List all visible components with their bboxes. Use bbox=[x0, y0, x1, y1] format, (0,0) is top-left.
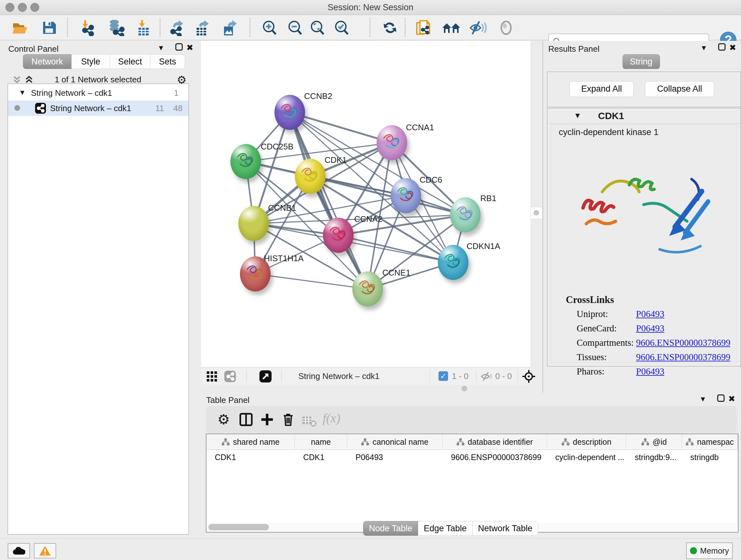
node-CDC25B[interactable] bbox=[230, 144, 261, 179]
column-header-database-identifier[interactable]: database identifier bbox=[443, 434, 547, 449]
export-table-icon[interactable] bbox=[194, 19, 211, 36]
hide-unhide-icon[interactable] bbox=[468, 19, 485, 36]
edge-HIST1H1A-CCNE1[interactable] bbox=[255, 274, 367, 289]
float-panel-icon[interactable]: ▾ bbox=[701, 394, 705, 404]
selected-checkbox-icon[interactable]: ✓ bbox=[439, 371, 448, 381]
crosslink-value-Pharos[interactable]: P06493 bbox=[636, 366, 664, 377]
cell-@id[interactable]: stringdb:9... bbox=[626, 449, 682, 465]
horizontal-splitter-handle[interactable] bbox=[461, 386, 467, 391]
column-label: shared name bbox=[233, 437, 280, 447]
node-CCNB2[interactable] bbox=[274, 95, 305, 130]
tab-edge-table[interactable]: Edge Table bbox=[418, 521, 473, 536]
network-collection-row[interactable]: ▼ String Network – cdk1 1 bbox=[8, 85, 189, 101]
tree-expander-icon[interactable]: ▼ bbox=[19, 88, 26, 97]
add-column-icon[interactable] bbox=[259, 412, 275, 427]
cell-canonical-name[interactable]: P06493 bbox=[347, 449, 443, 465]
title-bar: Session: New Session bbox=[0, 0, 741, 15]
home-networks-icon[interactable] bbox=[441, 19, 458, 36]
warning-icon bbox=[39, 545, 51, 556]
gene-header[interactable]: ▼ CDK1 bbox=[548, 109, 740, 124]
show-columns-icon[interactable] bbox=[239, 412, 254, 427]
table-row[interactable]: CDK1CDK1P064939606.ENSP00000378699cyclin… bbox=[206, 449, 738, 465]
table-options-gear-icon[interactable]: ⚙ bbox=[217, 412, 232, 427]
undock-panel-icon[interactable] bbox=[718, 43, 726, 53]
node-CCNA2[interactable] bbox=[323, 218, 354, 253]
open-session-icon[interactable] bbox=[11, 19, 28, 36]
tab-select[interactable]: Select bbox=[110, 54, 150, 69]
node-CDC6[interactable] bbox=[391, 178, 421, 213]
show-eye-icon[interactable] bbox=[498, 19, 515, 36]
close-panel-icon[interactable]: ✖ bbox=[729, 43, 736, 53]
delete-column-icon[interactable] bbox=[280, 412, 296, 427]
close-panel-icon[interactable]: ✖ bbox=[728, 394, 735, 404]
import-network-database-icon[interactable] bbox=[107, 19, 123, 36]
undock-panel-icon[interactable] bbox=[175, 43, 183, 53]
node-CDKN1A[interactable] bbox=[438, 245, 468, 280]
tab-network-table[interactable]: Network Table bbox=[473, 521, 538, 536]
collapse-gene-icon[interactable]: ▼ bbox=[574, 111, 582, 120]
table-header-row: shared namenamecanonical namedatabase id… bbox=[206, 434, 738, 450]
edge-count: 48 bbox=[173, 104, 183, 113]
tab-sets[interactable]: Sets bbox=[150, 54, 185, 69]
cell-description[interactable]: cyclin-dependent ... bbox=[547, 449, 626, 465]
gene-detail-area: cyclin-dependent kinase 1 bbox=[551, 125, 737, 363]
fit-content-crosshair-icon[interactable] bbox=[522, 370, 536, 383]
grid-view-icon[interactable] bbox=[207, 371, 217, 381]
results-buttons-box: Expand All Collapse All bbox=[547, 71, 741, 107]
memory-button[interactable]: Memory bbox=[686, 543, 733, 559]
column-header-namespac[interactable]: namespac bbox=[682, 434, 738, 449]
collapse-all-button[interactable]: Collapse All bbox=[645, 81, 714, 97]
zoom-out-icon[interactable] bbox=[286, 19, 303, 36]
clone-network-icon[interactable] bbox=[415, 19, 431, 36]
crosslink-value-Tissues[interactable]: 9606.ENSP00000378699 bbox=[636, 352, 731, 362]
refresh-icon[interactable] bbox=[382, 19, 398, 36]
tab-network[interactable]: Network bbox=[23, 54, 71, 69]
tab-string[interactable]: String bbox=[622, 54, 660, 69]
cell-name[interactable]: CDK1 bbox=[295, 449, 347, 465]
import-network-file-icon[interactable] bbox=[79, 19, 96, 36]
crosslink-value-Uniprot[interactable]: P06493 bbox=[636, 309, 664, 319]
node-CCNB1[interactable] bbox=[239, 206, 269, 241]
network-row-selected[interactable]: String Network – cdk1 11 48 bbox=[8, 101, 189, 116]
zoom-in-icon[interactable] bbox=[261, 19, 278, 36]
crosslink-value-Compartments[interactable]: 9606.ENSP00000378699 bbox=[636, 337, 731, 348]
cloud-button[interactable] bbox=[8, 543, 30, 558]
zoom-selected-icon[interactable] bbox=[333, 19, 350, 36]
node-CDK1[interactable] bbox=[295, 159, 326, 194]
float-panel-icon[interactable]: ▾ bbox=[159, 43, 163, 53]
export-network-icon[interactable] bbox=[169, 19, 185, 36]
expand-all-button[interactable]: Expand All bbox=[569, 81, 634, 97]
edge-CCNA2-CDKN1A[interactable] bbox=[338, 235, 453, 262]
node-structure-image bbox=[391, 178, 421, 213]
save-session-icon[interactable] bbox=[41, 19, 57, 36]
scrollbar-thumb[interactable] bbox=[208, 524, 269, 530]
network-canvas[interactable]: CCNB2CCNA1CDC25BCDK1CDC6RB1CCNB1CCNA2CDK… bbox=[201, 41, 530, 367]
crosslink-value-GeneCard[interactable]: P06493 bbox=[636, 323, 664, 334]
network-icon-gray[interactable] bbox=[224, 370, 236, 382]
node-RB1[interactable] bbox=[450, 197, 481, 233]
import-table-icon[interactable] bbox=[135, 19, 152, 36]
column-header-@id[interactable]: @id bbox=[626, 434, 682, 449]
float-panel-icon[interactable]: ▾ bbox=[702, 43, 706, 53]
tab-node-table[interactable]: Node Table bbox=[363, 521, 418, 536]
column-header-name[interactable]: name bbox=[295, 434, 347, 449]
expand-all-tree-icon[interactable] bbox=[12, 75, 22, 84]
node-CCNA1[interactable] bbox=[377, 125, 407, 160]
tab-style[interactable]: Style bbox=[71, 54, 110, 69]
undock-panel-icon[interactable] bbox=[717, 394, 725, 405]
cell-database-identifier[interactable]: 9606.ENSP00000378699 bbox=[443, 449, 547, 465]
close-panel-icon[interactable]: ✖ bbox=[186, 43, 193, 53]
export-image-icon[interactable] bbox=[221, 19, 238, 36]
cell-namespac[interactable]: stringdb bbox=[682, 449, 738, 465]
node-label-CCNB2: CCNB2 bbox=[304, 91, 332, 101]
birdseye-view-icon[interactable] bbox=[259, 370, 272, 383]
node-CCNE1[interactable] bbox=[352, 271, 383, 307]
collapse-all-tree-icon[interactable] bbox=[24, 75, 34, 84]
zoom-fit-icon[interactable] bbox=[309, 19, 326, 36]
column-header-shared-name[interactable]: shared name bbox=[206, 434, 295, 449]
column-header-canonical-name[interactable]: canonical name bbox=[347, 434, 443, 449]
column-header-description[interactable]: description bbox=[547, 434, 626, 449]
warnings-button[interactable] bbox=[34, 543, 56, 558]
vertical-splitter-handle[interactable] bbox=[530, 207, 542, 219]
cell-shared-name[interactable]: CDK1 bbox=[206, 449, 295, 465]
